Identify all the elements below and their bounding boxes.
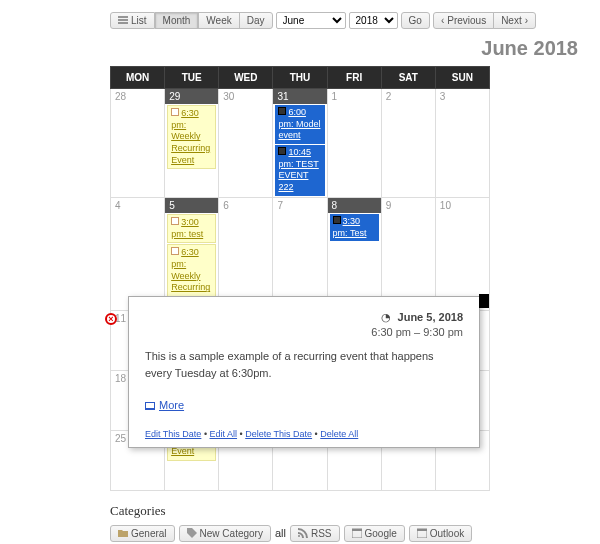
dow-cell: SAT (381, 67, 435, 89)
month-view-button[interactable]: Month (155, 12, 199, 29)
svg-rect-1 (352, 529, 362, 531)
day-cell[interactable]: 28 (111, 89, 165, 198)
feed-google[interactable]: Google (344, 525, 405, 542)
event-icon (171, 217, 179, 225)
view-switch: List Month Week Day (110, 12, 273, 29)
event-popover: ◔ June 5, 2018 6:30 pm – 9:30 pm This is… (128, 296, 480, 448)
event-chip[interactable]: 6:00 pm: Model event (275, 105, 324, 144)
category-all[interactable]: all (275, 527, 286, 539)
chevron-left-icon: ‹ (441, 15, 444, 26)
delete-all-link[interactable]: Delete All (320, 429, 358, 439)
popover-date: June 5, 2018 (398, 311, 463, 323)
feed-rss[interactable]: RSS (290, 525, 340, 542)
rss-icon (298, 528, 308, 538)
calendar-title: June 2018 (10, 37, 578, 60)
chevron-right-icon: › (525, 15, 528, 26)
week-view-button[interactable]: Week (198, 12, 239, 29)
day-number: 30 (219, 89, 272, 104)
clock-icon: ◔ (381, 311, 391, 323)
day-cell[interactable]: 2 (381, 89, 435, 198)
more-icon (145, 402, 155, 410)
dow-cell: TUE (165, 67, 219, 89)
calendar-icon (417, 528, 427, 538)
dow-cell: WED (219, 67, 273, 89)
go-button[interactable]: Go (401, 12, 430, 29)
list-view-button[interactable]: List (110, 12, 155, 29)
day-number: 7 (273, 198, 326, 213)
day-view-button[interactable]: Day (239, 12, 273, 29)
event-chip[interactable]: 10:45 pm: TEST EVENT 222 (275, 145, 324, 196)
day-cell[interactable]: 4 (111, 197, 165, 310)
dow-cell: MON (111, 67, 165, 89)
more-link[interactable]: More (159, 399, 184, 411)
day-cell[interactable]: 30 (219, 89, 273, 198)
event-icon (278, 147, 286, 155)
event-icon (171, 247, 179, 255)
popover-time: 6:30 pm – 9:30 pm (145, 326, 463, 338)
folder-icon (118, 528, 128, 538)
day-number: 1 (328, 89, 381, 104)
tag-icon (187, 528, 197, 538)
delete-this-date-link[interactable]: Delete This Date (245, 429, 312, 439)
day-cell[interactable]: 6 (219, 197, 273, 310)
event-icon (333, 216, 341, 224)
svg-rect-3 (417, 529, 427, 531)
dow-cell: SUN (435, 67, 489, 89)
year-select[interactable]: 2018 (349, 12, 398, 29)
day-number: 6 (219, 198, 272, 213)
day-number: 9 (382, 198, 435, 213)
day-number: 3 (436, 89, 489, 104)
dow-row: MONTUEWEDTHUFRISATSUN (111, 67, 490, 89)
popover-description: This is a sample example of a recurring … (145, 348, 463, 381)
day-cell[interactable]: 316:00 pm: Model event10:45 pm: TEST EVE… (273, 89, 327, 198)
popover-notch (479, 294, 489, 308)
event-chip[interactable]: 6:30 pm: Weekly Recurring Event (167, 105, 216, 169)
popover-admin-links: Edit This Date • Edit All • Delete This … (145, 429, 463, 439)
day-number: 8 (328, 198, 381, 213)
day-number: 4 (111, 198, 164, 213)
day-cell[interactable]: 7 (273, 197, 327, 310)
next-button[interactable]: Next › (493, 12, 536, 29)
day-number: 5 (165, 198, 218, 213)
calendar-icon (352, 528, 362, 538)
event-link[interactable]: 6:30 pm: Weekly Recurring Event (171, 108, 210, 165)
event-chip[interactable]: 3:30 pm: Test (330, 214, 379, 241)
day-number: 29 (165, 89, 218, 104)
event-icon (171, 108, 179, 116)
event-chip[interactable]: 3:00 pm: test (167, 214, 216, 243)
category-general[interactable]: General (110, 525, 175, 542)
category-new[interactable]: New Category (179, 525, 271, 542)
day-number: 2 (382, 89, 435, 104)
dow-cell: THU (273, 67, 327, 89)
day-cell[interactable]: 3 (435, 89, 489, 198)
feed-outlook[interactable]: Outlook (409, 525, 472, 542)
day-number: 31 (273, 89, 326, 104)
day-number: 28 (111, 89, 164, 104)
categories-heading: Categories (110, 503, 590, 519)
day-cell[interactable]: 83:30 pm: Test (327, 197, 381, 310)
day-cell[interactable]: 296:30 pm: Weekly Recurring Event (165, 89, 219, 198)
day-number: 10 (436, 198, 489, 213)
categories-row: General New Category all RSS Google Outl… (110, 525, 590, 542)
day-cell[interactable]: 1 (327, 89, 381, 198)
calendar-toolbar: List Month Week Day June 2018 Go ‹ Previ… (110, 12, 590, 29)
nav-buttons: ‹ Previous Next › (433, 12, 536, 29)
delete-icon[interactable]: × (105, 313, 117, 325)
month-select[interactable]: June (276, 12, 346, 29)
previous-button[interactable]: ‹ Previous (433, 12, 494, 29)
list-icon (118, 16, 128, 26)
edit-this-date-link[interactable]: Edit This Date (145, 429, 201, 439)
day-cell[interactable]: 9 (381, 197, 435, 310)
list-label: List (131, 15, 147, 26)
day-cell[interactable]: 53:00 pm: test6:30 pm: Weekly Recurring … (165, 197, 219, 310)
dow-cell: FRI (327, 67, 381, 89)
event-icon (278, 107, 286, 115)
edit-all-link[interactable]: Edit All (210, 429, 238, 439)
